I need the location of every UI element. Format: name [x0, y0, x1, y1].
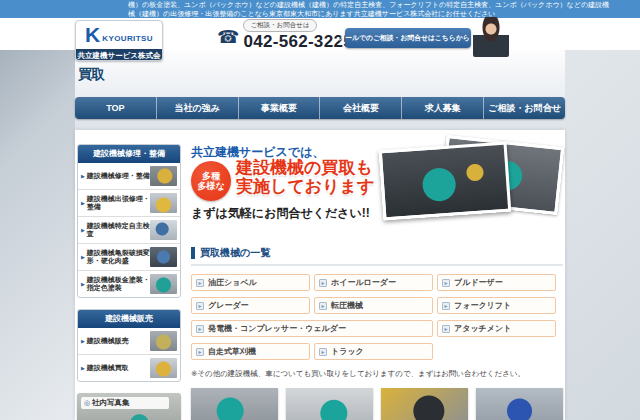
operator-photo	[473, 17, 509, 57]
sidebar-menu-repair-title: 建設機械修理・整備	[78, 145, 180, 163]
box-arrow-icon: ▸	[196, 325, 204, 333]
sidebar-item[interactable]: ▶ 建設機械出張修理・整備	[78, 190, 180, 217]
nav-item[interactable]: 事業概要	[239, 97, 321, 119]
machine-item-label: 自走式草刈機	[208, 346, 256, 357]
main-area: 建設機械修理・整備 ▶ 建設機械修理・整備 ▶ 建設機械出張修理・整備	[75, 130, 565, 420]
headline-red-text: 建設機械の買取も 実施しております	[236, 158, 374, 196]
machine-item-label: ブルドーザー	[454, 277, 503, 288]
sidebar-item[interactable]: ▶ 建設機械買取	[78, 355, 180, 381]
phone-icon: ☎	[217, 26, 239, 51]
box-arrow-icon: ▸	[319, 348, 327, 356]
headline-block: 共立建機サービスでは、 多種 多様な 建設機械の買取も 実施しております まずは…	[191, 144, 563, 228]
sidebar-menu-sales: 建設機械販売 ▶ 建設機械販売 ▶ 建設機械買取	[77, 309, 181, 382]
sidebar-item-label: 建設機械出張修理・整備	[87, 195, 150, 212]
logo-mark: K KYOURITSU	[76, 21, 162, 49]
sidebar-item[interactable]: ▶ 建設機械販売	[78, 328, 180, 355]
sidebar-menu-repair-list: ▶ 建設機械修理・整備 ▶ 建設機械出張修理・整備 ▶ 建設機械特定自主検査	[78, 163, 180, 297]
phone-area: ☎ ご相談・お問合せは 042-562-3225	[217, 19, 353, 51]
top-notice-bar: 機）の板金塗装、ユンボ（バックホウ）などの建設機械（建機）の特定自主検査、フォー…	[0, 0, 640, 18]
thumbnail-image	[150, 247, 177, 267]
sidebar-menu-sales-title: 建設機械販売	[78, 310, 180, 328]
box-arrow-icon: ▸	[319, 279, 327, 287]
box-arrow-icon: ▸	[442, 325, 450, 333]
thumbnail-image	[150, 358, 177, 378]
sidebar-item-label: 建設機械特定自主検査	[87, 222, 150, 239]
machine-photo-teal-excavator-2	[286, 388, 373, 420]
thumbnail-image	[150, 274, 177, 294]
nav-item[interactable]: 当社の強み	[157, 97, 239, 119]
thumbnail-image	[150, 220, 177, 240]
sidebar-item[interactable]: ▶ 建設機械修理・整備	[78, 163, 180, 190]
header: K KYOURITSU 共立建機サービス株式会社 ☎ ご相談・お問合せは 042…	[0, 18, 640, 50]
machine-item[interactable]: ▸ ホイールローダー	[314, 274, 433, 291]
headline-sub-text: まずは気軽にお問合せください!!	[191, 205, 370, 222]
phone-number: 042-562-3225	[243, 33, 352, 51]
arrow-right-icon: ▶	[81, 338, 85, 344]
machine-item[interactable]: ▸ 発電機・コンプレッサー・ウェルダー	[191, 320, 433, 337]
sidebar-item-label: 建設機械販売	[87, 337, 150, 346]
sidebar-item[interactable]: ▶ 建設機械特定自主検査	[78, 217, 180, 244]
thumbnail-image	[150, 193, 177, 213]
page-title: 買取	[78, 66, 565, 84]
machine-item[interactable]: ▸ 油圧ショベル	[191, 274, 310, 291]
nav-item[interactable]: ご相談・お問合せ	[484, 97, 565, 119]
nav-item[interactable]: 会社概要	[320, 97, 402, 119]
machine-item[interactable]: ▸ 自走式草刈機	[191, 343, 310, 360]
machine-item-label: ホイールローダー	[331, 277, 396, 288]
nav-item[interactable]: 求人募集	[402, 97, 484, 119]
company-logo[interactable]: K KYOURITSU 共立建機サービス株式会社	[75, 20, 163, 61]
main-nav: TOP 当社の強み 事業概要 会社概要 求人募集 ご相談・お問合せ	[75, 97, 565, 119]
page-title-band: 買取 TOP 当社の強み 事業概要 会社概要 求人募集 ご相談・お問合せ	[0, 50, 640, 130]
section-title-bar	[191, 247, 195, 259]
contact-label: ご相談・お問合せは	[243, 19, 316, 32]
machine-item-label: トラック	[331, 346, 364, 357]
machine-photo-attachment	[381, 388, 468, 420]
nav-item[interactable]: TOP	[75, 97, 157, 119]
machine-item-label: 発電機・コンプレッサー・ウェルダー	[208, 323, 346, 334]
sidebar-item-label: 建設機械板金塗装・指定色塗装	[87, 276, 150, 293]
arrow-right-icon: ▶	[81, 254, 85, 260]
arrow-right-icon: ▶	[81, 173, 85, 179]
sidebar-menu-sales-list: ▶ 建設機械販売 ▶ 建設機械買取	[78, 328, 180, 381]
machine-photo-blue-excavator	[476, 388, 563, 420]
sidebar-item-label: 建設機械亀裂破損変形・硬化肉盛	[87, 249, 150, 266]
excavator-photo-collage	[381, 138, 563, 226]
box-arrow-icon: ▸	[319, 302, 327, 310]
sidebar-menu-repair: 建設機械修理・整備 ▶ 建設機械修理・整備 ▶ 建設機械出張修理・整備	[77, 144, 181, 298]
machine-item[interactable]: ▸ ブルドーザー	[437, 274, 556, 291]
sidebar-item[interactable]: ▶ 建設機械亀裂破損変形・硬化肉盛	[78, 244, 180, 271]
sidebar-item-label: 建設機械買取	[87, 364, 150, 373]
machine-item-label: 転圧機械	[331, 300, 363, 311]
note-text: ※その他の建設機械、車についても買い取りをしておりますので、まずはお問い合わせく…	[191, 369, 563, 379]
arrow-right-icon: ▶	[81, 281, 85, 287]
sidebar: 建設機械修理・整備 ▶ 建設機械修理・整備 ▶ 建設機械出張修理・整備	[77, 144, 181, 420]
machine-item[interactable]: ▸ 転圧機械	[314, 297, 433, 314]
machine-photo-teal-excavator-1	[191, 388, 278, 420]
machine-item[interactable]: ▸ フォークリフト	[437, 297, 556, 314]
box-arrow-icon: ▸	[196, 348, 204, 356]
logo-name-en: KYOURITSU	[102, 34, 153, 43]
top-notice-text: 機）の板金塗装、ユンボ（バックホウ）などの建設機械（建機）の特定自主検査、フォー…	[128, 0, 614, 18]
thumbnail-image	[150, 166, 177, 186]
machine-item[interactable]: ▸ トラック	[314, 343, 433, 360]
machine-list: ▸ 油圧ショベル ▸ ホイールローダー ▸ ブルドーザー ▸ グレーダー	[191, 274, 563, 366]
machine-item[interactable]: ▸ グレーダー	[191, 297, 310, 314]
arrow-right-icon: ▶	[81, 227, 85, 233]
sidebar-item-label: 建設機械修理・整備	[87, 172, 150, 181]
section-title: 買取機械の一覧	[191, 246, 563, 266]
box-arrow-icon: ▸	[196, 302, 204, 310]
machine-item[interactable]: ▸ アタッチメント	[437, 320, 556, 337]
content: 共立建機サービスでは、 多種 多様な 建設機械の買取も 実施しております まずは…	[191, 144, 563, 420]
box-arrow-icon: ▸	[442, 302, 450, 310]
company-photo-album-link[interactable]: ◎ 社内写真集	[77, 393, 181, 420]
machine-item-label: アタッチメント	[454, 323, 511, 334]
arrow-right-icon: ▶	[81, 200, 85, 206]
machine-item-label: グレーダー	[208, 300, 249, 311]
company-photo-album-label: ◎ 社内写真集	[81, 397, 169, 409]
thumbnail-image	[150, 331, 177, 351]
mail-contact-button[interactable]: メールでのご相談・お問合せはこちらから ◎	[345, 28, 471, 48]
sidebar-item[interactable]: ▶ 建設機械板金塗装・指定色塗装	[78, 271, 180, 297]
company-name: 共立建機サービス株式会社	[76, 49, 162, 61]
box-arrow-icon: ▸	[196, 279, 204, 287]
machine-item-label: フォークリフト	[454, 300, 511, 311]
